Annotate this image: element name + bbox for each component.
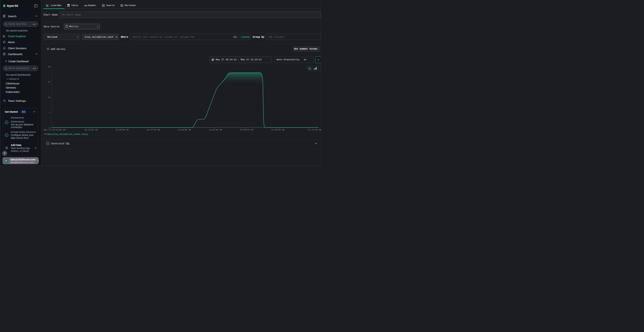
- svg-text:10:23:00 AM: 10:23:00 AM: [84, 128, 98, 131]
- svg-text:28: 28: [48, 66, 50, 68]
- svg-text:May 27 10:14:00 AM: May 27 10:14:00 AM: [44, 128, 66, 131]
- svg-text:14: 14: [48, 96, 50, 98]
- svg-text:10:58:00 AM: 10:58:00 AM: [240, 128, 253, 131]
- svg-text:7: 7: [49, 112, 50, 114]
- svg-text:21: 21: [48, 81, 50, 83]
- svg-text:10:37:00 AM: 10:37:00 AM: [146, 128, 160, 131]
- svg-text:10:30:00 AM: 10:30:00 AM: [116, 128, 128, 131]
- svg-text:max(visa_validation_cache.size: max(visa_validation_cache.size): [48, 133, 88, 136]
- svg-text:10:51:00 AM: 10:51:00 AM: [209, 128, 222, 131]
- svg-text:10:44:00 AM: 10:44:00 AM: [178, 128, 191, 131]
- svg-text:11:14:00 AM: 11:14:00 AM: [308, 128, 321, 131]
- svg-text:11:05:00 AM: 11:05:00 AM: [271, 128, 284, 131]
